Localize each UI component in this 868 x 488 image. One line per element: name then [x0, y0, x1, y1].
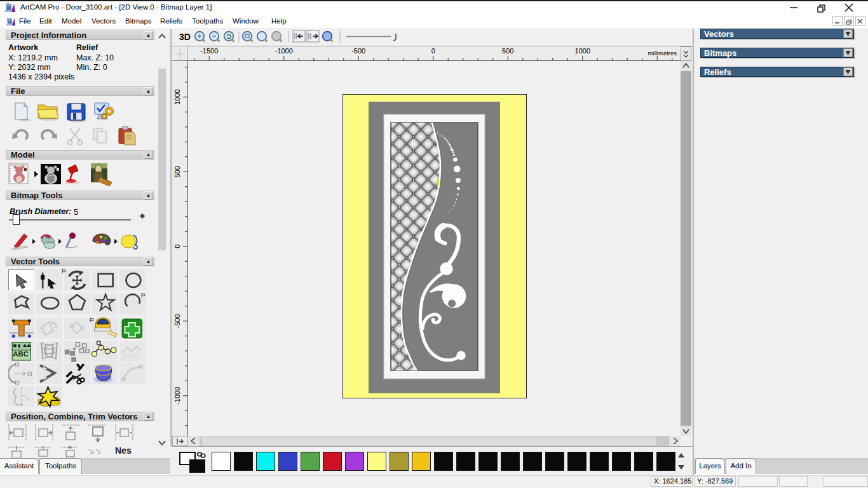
svg-text:500: 500: [502, 47, 513, 55]
svg-text:-500: -500: [351, 47, 365, 55]
svg-text:1000: 1000: [575, 47, 590, 55]
svg-text:-1000: -1000: [173, 387, 181, 405]
svg-text:0: 0: [431, 47, 435, 55]
svg-text:-500: -500: [173, 314, 181, 328]
svg-text:Nes: Nes: [115, 445, 132, 456]
svg-text:1000: 1000: [173, 90, 181, 105]
svg-text:500: 500: [173, 166, 181, 177]
svg-text:-1500: -1500: [200, 47, 218, 55]
svg-text:-1000: -1000: [275, 47, 293, 55]
svg-text:°a °s: °a °s: [88, 449, 101, 455]
svg-text:ABC: ABC: [13, 350, 29, 358]
svg-text:millimetre​s: millimetre​s: [648, 50, 677, 57]
svg-text:0: 0: [173, 245, 181, 248]
